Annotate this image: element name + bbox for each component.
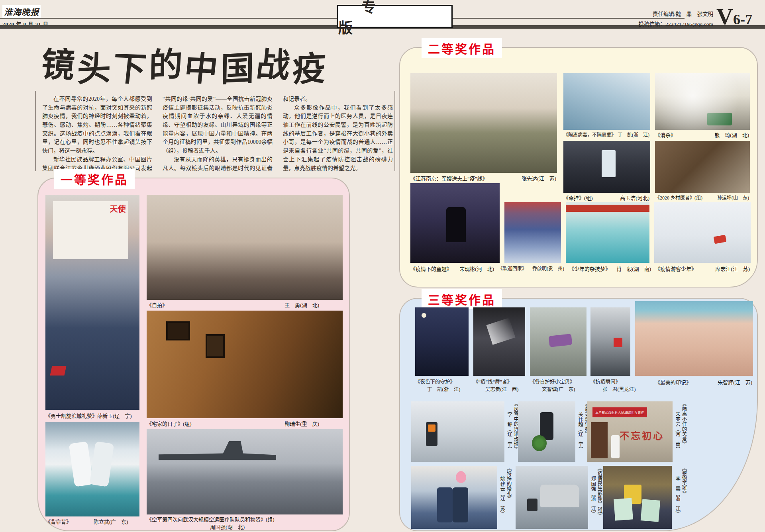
green-sheet-accent bbox=[614, 498, 633, 521]
mailbox-line: 投稿信箱：2224217195@qq.com bbox=[586, 20, 713, 27]
photo-protect-baby bbox=[530, 307, 586, 376]
photo-beautiful-marks bbox=[635, 301, 753, 376]
suit-figure-accent bbox=[90, 442, 114, 487]
second-prize-panel: 二等奖作品 《江苏南京：军嫂送夫上“疫”线》 张先达(江 苏) 《隔离病毒，不隔… bbox=[399, 47, 758, 288]
caption-home-days: 《宅家的日子》(组) 鞠瑞生(重 庆) bbox=[147, 420, 343, 427]
vcaption-livelihood-images: 《疫情民生影像》（组） 郑国强（浙 江） bbox=[590, 466, 603, 529]
couple-figure-accent bbox=[437, 487, 453, 522]
caption-welcome-home: 《欢迎回家》 乔啟明(贵 州) bbox=[498, 265, 565, 272]
article-title: 镜头下的中国战疫 bbox=[40, 40, 366, 88]
photo-hero-returns: 天使 bbox=[45, 195, 139, 410]
bus-accent bbox=[540, 485, 579, 507]
poster-text: 天使 bbox=[110, 203, 126, 214]
photo-frame-accent bbox=[166, 321, 190, 340]
motorcycle-accent bbox=[527, 499, 537, 511]
photo-selfie bbox=[147, 195, 343, 300]
caption-protect-baby: 《各自护好小宝贝》 文智诚(广 东) bbox=[530, 377, 586, 393]
first-prize-label: 一等奖作品 bbox=[54, 169, 135, 189]
photo-livelihood-images bbox=[516, 466, 588, 529]
balloon-accent bbox=[456, 471, 466, 483]
caption-line-dancer: 《“疫”线“舞”者》 吴志贵(江 西) bbox=[473, 377, 525, 393]
caption-night-guard: 《夜色下的守护》 丁 凯(浙 江) bbox=[415, 377, 469, 393]
mist-accent bbox=[655, 73, 750, 130]
photo-line-dancer bbox=[473, 307, 525, 376]
photo-disinfection bbox=[655, 73, 750, 130]
photo-video-call bbox=[563, 141, 650, 193]
intro-text: 在不同寻常的2020年，每个人都感受到了生命与病毒的对抗，面对突如其来的新冠肺炎… bbox=[42, 95, 393, 174]
vcaption-snow-roses: 《风雪中的铿锵玫瑰》 李 静（辽 宁） bbox=[506, 401, 519, 462]
vest-accent bbox=[428, 424, 435, 432]
masthead-logo: 淮海晚报 bbox=[2, 5, 41, 18]
third-prize-label: 三等奖作品 bbox=[422, 289, 502, 309]
photo-village-doctor bbox=[655, 141, 750, 193]
silhouette-accent bbox=[446, 207, 466, 242]
moon-accent bbox=[422, 313, 426, 318]
first-prize-panel: 一等奖作品 天使 《勇士凯旋滨城礼赞》 薛新玉(辽 宁) 《背靠背》 陈立武(广… bbox=[37, 178, 350, 531]
caption-hand-on-glass: 《隔离病毒，不隔离爱》 丁 凯(浙 江) bbox=[563, 131, 650, 138]
photo-child-fun bbox=[410, 183, 500, 263]
photo-thank-heroes bbox=[603, 466, 672, 529]
wall-slogan: 不忘初心 bbox=[620, 428, 671, 442]
caption-back-to-back: 《背靠背》 陈立武(广 东) bbox=[45, 518, 139, 525]
page-letter: V bbox=[716, 4, 733, 29]
phone-screen-accent bbox=[602, 150, 616, 177]
spray-beam-accent bbox=[486, 318, 515, 345]
caption-selfie: 《自拍》 王 勇(湖 北) bbox=[147, 301, 343, 309]
photo-snow-tourist bbox=[654, 202, 751, 263]
intro-right-rule bbox=[394, 91, 395, 171]
intro-paragraph: 众多影像作品中，我们看到了太多感动，他们是逆行而上的医务人员，是日夜连轴工作在前… bbox=[283, 104, 393, 173]
red-flag-accent bbox=[50, 366, 67, 376]
page-number: V6-7 bbox=[716, 3, 763, 30]
caption-acrobat-dream: 《少年的杂技梦》 肖 毅(湖 南) bbox=[569, 265, 652, 272]
caption-snow-tourist: 《疫情游客少年》 席宏江(江 苏) bbox=[655, 265, 751, 272]
vcaption-special-wedding: 《特殊的婚礼》 姚建云（江 苏） bbox=[499, 466, 512, 529]
poster-accent: 天使 bbox=[53, 201, 128, 259]
photo-night-guard bbox=[415, 307, 469, 376]
photo-beautiful-reverse bbox=[518, 401, 575, 462]
photo-welcome-home bbox=[504, 202, 561, 263]
photo-acrobat-dream bbox=[566, 202, 649, 263]
editor-line: 责任编辑/魏 晶 张文明 bbox=[586, 10, 713, 18]
caption-child-fun: 《疫情下的童趣》 宋现彬(河 北) bbox=[410, 265, 495, 272]
photo-back-to-back bbox=[45, 422, 139, 516]
flag-patch-accent bbox=[614, 338, 622, 347]
section-banner: 专 版 bbox=[337, 5, 453, 28]
caption-village-doctor: 《2020 乡村医者》(组) 孙运坤(山 东) bbox=[655, 194, 750, 201]
newspaper-page: 淮海晚报 2020 年 8 月 31 日 专 版 责任编辑/魏 晶 张文明 投稿… bbox=[0, 0, 765, 532]
vegetables-accent bbox=[532, 435, 547, 451]
photo-home-days bbox=[147, 311, 343, 418]
vcaption-love-beyond-quarantine: 《隔离不住的关爱》 朱亚云（河 南） bbox=[674, 401, 687, 462]
green-sheet-accent bbox=[641, 499, 660, 522]
intro-left-rule bbox=[35, 91, 36, 171]
photo-love-beyond-quarantine: 本户有武汉返乡人员,请勿相互来往 不忘初心 bbox=[587, 401, 673, 462]
page-range: 6-7 bbox=[733, 12, 752, 27]
third-prize-panel: 三等奖作品 《夜色下的守护》 丁 凯(浙 江) 《“疫”线“舞”者》 吴志贵(江… bbox=[399, 298, 758, 531]
medic-figure-accent bbox=[611, 435, 620, 458]
intro-paragraph: 在不同寻常的2020年，每个人都感受到了生命与病毒的对抗，面对突如其来的新冠肺炎… bbox=[42, 95, 152, 155]
photo-hand-on-glass bbox=[563, 73, 650, 130]
caption-video-call: 《牵挂》(组) 高玉洁(河北) bbox=[563, 194, 650, 201]
second-prize-label: 二等奖作品 bbox=[422, 38, 502, 58]
caption-army-kiss: 《江苏南京：军嫂送夫上“疫”线》 张先达(江 苏) bbox=[410, 174, 557, 182]
photo-frame-accent bbox=[206, 334, 225, 358]
vcaption-thank-heroes: 《感谢英雄》 李 震（浙 江） bbox=[674, 466, 687, 529]
photo-air-force bbox=[147, 429, 343, 514]
photo-snow-roses bbox=[411, 401, 504, 462]
caption-disinfection: 《消杀》 熊 琦(湖 北) bbox=[655, 131, 750, 139]
caption-air-force: 《空军第四次向武汉大规模空运医疗队队员和物资》(组) 周国强(湖 北) bbox=[147, 515, 343, 530]
photo-epidemic-moment bbox=[590, 307, 630, 376]
aircraft-accent bbox=[159, 441, 276, 464]
caption-epidemic-moment: 《抗疫瞬间》 张 君(黑龙江) bbox=[590, 377, 634, 393]
photo-special-wedding bbox=[411, 466, 497, 529]
caption-hero-returns: 《勇士凯旋滨城礼赞》 薛新玉(辽 宁) bbox=[45, 412, 139, 419]
photo-army-kiss bbox=[410, 73, 557, 173]
quarantine-banner: 本户有武汉返乡人员,请勿相互来往 bbox=[592, 407, 647, 417]
caption-beautiful-marks: 《最美的印记》 朱智辉(江 苏) bbox=[655, 378, 753, 386]
sled-accent bbox=[714, 235, 727, 244]
couple-figure-accent bbox=[453, 487, 468, 522]
seesaw-accent bbox=[549, 334, 572, 347]
door-accent bbox=[591, 422, 608, 458]
gym-banner-accent bbox=[566, 205, 649, 212]
